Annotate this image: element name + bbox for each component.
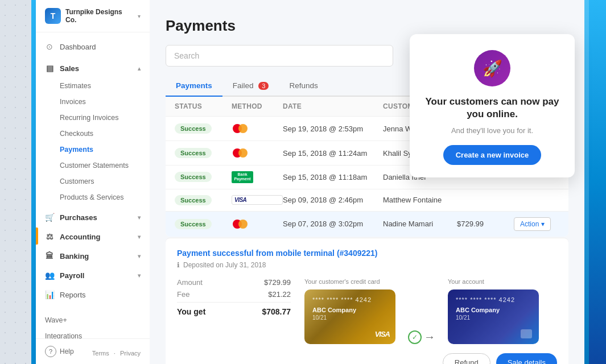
popup-subtitle: And they'll love you for it.	[423, 126, 561, 135]
to-card: **** **** **** 4242 ABC Company 10/21	[448, 289, 539, 344]
payment-detail-sub: ℹ Deposited on July 31, 2018	[177, 261, 557, 269]
sidebar-item-estimates[interactable]: Estimates	[36, 78, 150, 94]
payment-amount: $729.99	[457, 220, 514, 228]
help-button[interactable]: ? Help	[45, 346, 74, 357]
col-status: Status	[175, 102, 232, 110]
popup-title: Your customers can now pay you online.	[423, 96, 561, 121]
sidebar-item-customer-statements[interactable]: Customer Statements	[36, 158, 150, 173]
create-invoice-button[interactable]: Create a new invoice	[443, 145, 542, 165]
mastercard-icon	[232, 218, 252, 230]
payment-detail-footer: Refund Sale details	[177, 353, 557, 364]
chevron-down-icon: ▾	[138, 234, 141, 240]
fee-row: Fee $21.22	[177, 290, 291, 299]
action-button[interactable]: Action ▾	[514, 217, 551, 231]
from-card-company: ABC Company	[312, 307, 387, 313]
tab-payments-label: Payments	[176, 81, 212, 90]
sidebar-item-integrations[interactable]: Integrations	[45, 329, 141, 338]
transfer-arrow: ✓ →	[408, 330, 435, 344]
payment-detail-link[interactable]: (#3409221)	[337, 249, 378, 258]
search-input[interactable]: Search	[166, 45, 393, 67]
tab-failed-label: Failed	[233, 81, 254, 90]
refund-button[interactable]: Refund	[443, 353, 490, 364]
sidebar-item-products-services[interactable]: Products & Services	[36, 189, 150, 205]
mastercard-icon	[232, 147, 252, 159]
privacy-link[interactable]: Privacy	[120, 350, 141, 357]
right-accent-inner-bar	[584, 0, 589, 364]
dashboard-label: Dashboard	[60, 43, 96, 51]
arrow-icon: →	[424, 330, 435, 344]
footer-links: Terms · Privacy	[92, 350, 141, 357]
company-logo[interactable]: T Turnpike Designs Co. ▾	[36, 0, 150, 32]
sidebar-item-reports[interactable]: 📊 Reports	[36, 285, 150, 304]
sidebar-footer: ? Help Terms · Privacy	[36, 338, 150, 364]
sale-details-button[interactable]: Sale details	[496, 353, 557, 364]
you-get-label: You get	[177, 307, 205, 316]
accounting-label: Accounting	[60, 233, 101, 241]
status-badge: Success	[175, 123, 212, 134]
sidebar-item-checkouts[interactable]: Checkouts	[36, 126, 150, 142]
from-card-date: 10/21	[312, 315, 387, 321]
tab-failed[interactable]: Failed 3	[222, 76, 279, 97]
table-row[interactable]: Success VISA Sep 09, 2018 @ 2:46pm Matth…	[166, 189, 568, 212]
sidebar-item-sales[interactable]: ▤ Sales ▴	[36, 59, 150, 78]
sidebar-item-invoices[interactable]: Invoices	[36, 94, 150, 110]
dashboard-icon: ⊙	[45, 42, 54, 51]
right-accent-bar	[589, 0, 606, 364]
tab-refunds-label: Refunds	[289, 81, 318, 90]
payment-date: Sep 09, 2018 @ 2:46pm	[283, 196, 383, 204]
sidebar-item-payments[interactable]: Payments	[36, 142, 150, 158]
status-badge: Success	[175, 219, 212, 229]
terms-link[interactable]: Terms	[92, 350, 109, 357]
payroll-icon: 👥	[45, 271, 54, 280]
action-label: Action	[520, 220, 539, 228]
from-card: **** **** **** 4242 ABC Company 10/21 VI…	[304, 289, 395, 344]
payment-detail-body: Amount $729.99 Fee $21.22 You get $708.7…	[177, 278, 557, 344]
transfer-circle-icon: ✓	[408, 330, 422, 344]
visa-logo-icon: VISA	[375, 330, 390, 338]
you-get-value: $708.77	[262, 307, 291, 316]
payment-date: Sep 15, 2018 @ 11:18am	[283, 173, 383, 181]
tab-payments[interactable]: Payments	[166, 76, 222, 97]
visa-icon: VISA	[232, 195, 283, 205]
amount-value: $729.99	[264, 278, 291, 287]
customer-name: Nadine Mamari	[383, 220, 457, 228]
sidebar-item-wave-plus[interactable]: Wave+	[45, 313, 141, 327]
chevron-down-icon: ▾	[138, 272, 141, 279]
col-date: Date	[283, 102, 383, 110]
status-badge: Success	[175, 172, 212, 182]
tab-refunds[interactable]: Refunds	[279, 76, 328, 97]
table-row[interactable]: Success Sep 07, 2018 @ 3:02pm Nadine Mam…	[166, 212, 568, 237]
sidebar-item-payroll[interactable]: 👥 Payroll ▾	[36, 266, 150, 285]
sidebar-item-recurring-invoices[interactable]: Recurring Invoices	[36, 110, 150, 126]
status-badge: Success	[175, 195, 212, 205]
sidebar-item-purchases[interactable]: 🛒 Purchases ▾	[36, 208, 150, 227]
accounting-icon: ⚖	[45, 232, 54, 241]
payroll-label: Payroll	[60, 271, 84, 280]
mastercard-icon	[232, 122, 252, 135]
customer-name: Matthew Fontaine	[383, 196, 457, 204]
reports-icon: 📊	[45, 290, 54, 299]
nav-section-sales: ▤ Sales ▴ Estimates Invoices Recurring I…	[36, 56, 150, 208]
fee-label: Fee	[177, 290, 189, 299]
chevron-up-icon: ▴	[138, 65, 141, 72]
page-title: Payments	[166, 17, 568, 35]
sidebar-nav: ⊙ Dashboard ▤ Sales ▴ Estimates Invoices…	[36, 32, 150, 338]
sidebar-item-dashboard[interactable]: ⊙ Dashboard	[36, 37, 150, 56]
sales-icon: ▤	[45, 64, 54, 73]
deposited-label: Deposited on July 31, 2018	[183, 261, 266, 269]
cards-area: Your customer's credit card **** **** **…	[304, 278, 557, 344]
to-card-date: 10/21	[456, 315, 531, 321]
left-accent-bar	[31, 0, 36, 364]
col-method: Method	[232, 102, 283, 110]
payment-detail-header: Payment successful from mobile terminal …	[177, 249, 557, 258]
to-card-number: **** **** **** 4242	[456, 296, 531, 303]
payment-date: Sep 15, 2018 @ 11:24am	[283, 149, 383, 158]
sidebar-item-accounting[interactable]: ⚖ Accounting ▾	[36, 227, 150, 246]
wave-plus-label: Wave+	[45, 316, 67, 324]
sidebar-item-banking[interactable]: 🏛 Banking ▾	[36, 246, 150, 266]
amount-row: Amount $729.99	[177, 278, 291, 287]
promo-popup: 🚀 Your customers can now pay you online.…	[410, 34, 575, 177]
sidebar-item-customers[interactable]: Customers	[36, 173, 150, 189]
you-get-row: You get $708.77	[177, 302, 291, 316]
sidebar: T Turnpike Designs Co. ▾ ⊙ Dashboard ▤ S…	[36, 0, 150, 364]
